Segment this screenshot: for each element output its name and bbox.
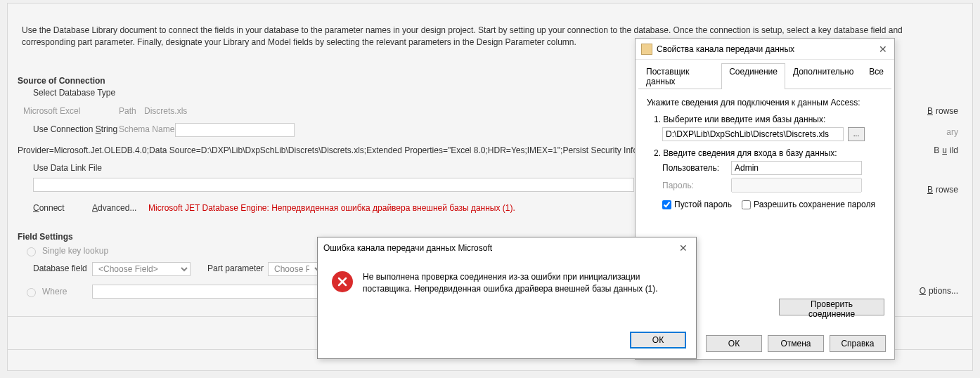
password-label: Пароль: [662,181,727,190]
allow-save-checkbox[interactable] [742,200,751,209]
jet-error-text: Microsoft JET Database Engine: Непредвид… [148,203,515,213]
tab-all[interactable]: Все [861,63,891,89]
error-title: Ошибка канала передачи данных Microsoft [323,243,492,253]
tab-additional[interactable]: Дополнительно [785,63,861,89]
connect-button[interactable]: Connect [33,203,65,213]
where-input[interactable] [92,285,324,299]
props-help-button[interactable]: Справка [830,335,886,352]
part-parameter-label: Part parameter [207,263,264,273]
test-connection-button[interactable]: Проверить соединение [779,299,884,315]
tab-connection[interactable]: Соединение [721,63,785,89]
error-message: Не выполнена проверка соединения из-за о… [363,271,682,295]
props-titlebar: Свойства канала передачи данных ✕ [636,39,894,60]
where-label: Where [42,287,67,296]
props-instruction: Укажите сведения для подключения к данны… [647,98,883,107]
database-field-select[interactable]: <Choose Field> [92,262,191,276]
browse-button-2[interactable]: Browse [927,185,958,195]
user-label: Пользователь: [662,163,727,173]
allow-save-label: Разрешить сохранение пароля [754,200,875,209]
use-connection-string-label: Use Connection String [33,124,117,134]
path-value: Discrets.xls [144,106,187,116]
single-key-label: Single key lookup [42,246,108,256]
ary-fragment: ary [946,127,958,137]
browse-db-button[interactable]: ... [848,127,865,141]
error-icon [332,271,353,292]
props-cancel-button[interactable]: Отмена [768,335,824,352]
error-ok-button[interactable]: ОК [630,332,686,348]
advanced-button[interactable]: Advanced... [92,203,136,213]
close-icon[interactable]: ✕ [876,44,890,55]
step2-label: 2. Введите сведения для входа в базу дан… [654,148,883,158]
options-button[interactable]: Options... [920,286,958,296]
user-input[interactable] [731,161,862,175]
db-path-input[interactable] [662,127,844,141]
dialog-icon [641,44,652,55]
schema-name-input[interactable] [175,123,295,137]
tab-provider[interactable]: Поставщик данных [638,63,721,89]
error-titlebar: Ошибка канала передачи данных Microsoft … [318,237,696,259]
blank-password-checkbox[interactable] [662,200,671,209]
where-radio[interactable] [27,288,36,297]
schema-name-label: Schema Name [119,124,174,134]
props-tabs: Поставщик данных Соединение Дополнительн… [638,63,891,89]
step1-label: 1. Выберите или введите имя базы данных: [654,115,883,124]
single-key-radio[interactable] [27,247,36,256]
password-input[interactable] [731,178,862,193]
connection-string: Provider=Microsoft.Jet.OLEDB.4.0;Data So… [18,145,663,155]
error-close-icon[interactable]: ✕ [676,242,690,254]
error-dialog: Ошибка канала передачи данных Microsoft … [317,237,697,359]
blank-password-label: Пустой пароль [674,200,732,209]
browse-button-1[interactable]: Browse [927,106,958,116]
field-settings-label: Field Settings [18,232,73,242]
build-button[interactable]: Build [934,145,958,155]
props-title: Свойства канала передачи данных [657,44,794,54]
data-link-file-input[interactable] [33,178,634,192]
source-of-connection-label: Source of Connection [18,76,105,86]
db-type-value: Microsoft Excel [23,106,80,116]
props-ok-button[interactable]: ОК [706,335,762,352]
database-field-label: Database field [33,263,87,273]
path-label: Path [119,106,136,116]
part-parameter-select[interactable]: Choose Parameter [268,262,324,276]
use-data-link-label: Use Data Link File [33,163,102,173]
select-db-type-label: Select Database Type [33,88,115,98]
